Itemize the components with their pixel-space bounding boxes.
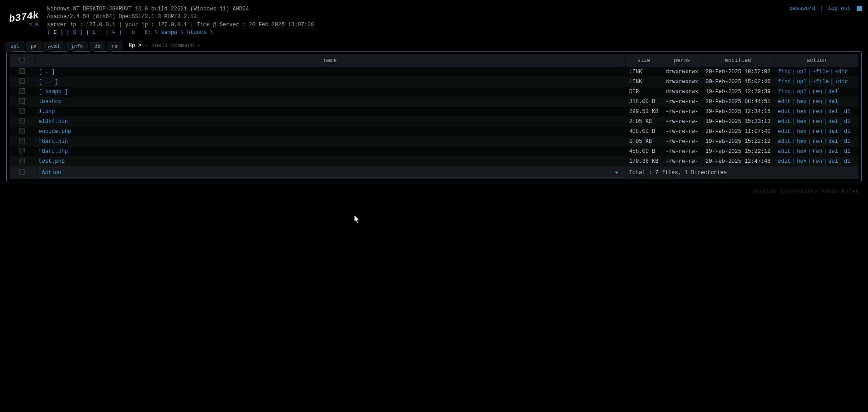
action-ren[interactable]: ren [812,99,822,105]
row-actions: edit|hex|ren|del [774,97,859,107]
logout-icon[interactable] [857,6,862,11]
col-name[interactable]: name [35,54,626,67]
action-del[interactable]: del [828,109,838,115]
row-name[interactable]: 1.php [35,107,626,117]
row-check[interactable] [9,156,35,166]
action-hex[interactable]: hex [797,148,807,155]
action-ren[interactable]: ren [812,109,822,115]
row-check[interactable] [9,97,35,107]
row-name[interactable]: encode.php [35,127,626,137]
row-name[interactable]: f8afc.bin [35,137,626,147]
password-link[interactable]: password [789,5,816,12]
table-row: encode.php 408.00 B -rw-rw-rw- 20-Feb-20… [9,127,859,137]
action-edit[interactable]: edit [778,99,791,105]
action-dl[interactable]: dl [844,109,850,115]
row-name[interactable]: .bashrc [35,97,626,107]
row-actions: edit|hex|ren|del|dl [774,117,859,127]
action-plus-file[interactable]: +file [812,79,829,85]
action-find[interactable]: find [778,79,791,85]
action-del[interactable]: del [828,158,838,165]
row-check[interactable] [9,117,35,127]
action-del[interactable]: del [828,99,838,105]
action-plus-dir[interactable]: +dir [835,79,848,85]
action-ren[interactable]: ren [812,158,822,165]
col-modified[interactable]: modified [702,54,774,67]
path-seg[interactable]: C: [145,29,151,36]
action-upl[interactable]: upl [797,89,807,95]
col-check[interactable] [9,54,35,67]
action-ren[interactable]: ren [812,118,822,125]
action-find[interactable]: find [778,69,791,75]
drive-C[interactable]: C [53,29,57,36]
row-check[interactable] [9,147,35,156]
tab-xpl[interactable]: xpl [5,41,24,52]
row-mod: 20-Feb-2025 08:44:51 [702,97,774,107]
action-dl[interactable]: dl [844,138,850,145]
row-actions: find|upl|+file|+dir [774,67,859,77]
row-name[interactable]: test.php [35,156,626,166]
row-check[interactable] [9,67,35,77]
col-size[interactable]: size [626,54,662,67]
action-edit[interactable]: edit [778,138,791,145]
action-hex[interactable]: hex [797,158,807,165]
action-hex[interactable]: hex [797,109,807,115]
action-ren[interactable]: ren [812,148,822,155]
tab-db[interactable]: db [89,41,106,51]
bulk-action-select[interactable]: Action [39,168,622,178]
shell-input[interactable] [144,42,562,49]
row-name[interactable]: [ . ] [35,67,626,77]
tab-rs[interactable]: rs [106,41,123,51]
action-del[interactable]: del [828,118,838,125]
row-check[interactable] [9,77,35,87]
action-ren[interactable]: ren [812,128,822,135]
row-name[interactable]: [ .. ] [35,77,626,87]
action-edit[interactable]: edit [778,148,791,155]
action-dl[interactable]: dl [844,158,850,165]
action-plus-dir[interactable]: +dir [835,69,848,75]
action-plus-file[interactable]: +file [812,69,829,75]
footer-check[interactable] [9,166,35,179]
row-check[interactable] [9,107,35,117]
action-del[interactable]: del [828,148,838,155]
action-edit[interactable]: edit [778,118,791,125]
action-edit[interactable]: edit [778,158,791,165]
table-row: [ xampp ] DIR drwxrwxrwx 19-Feb-2025 12:… [9,87,859,97]
action-dl[interactable]: dl [844,128,850,135]
drive-extra[interactable]: o [132,29,135,36]
row-check[interactable] [9,127,35,137]
logout-link[interactable]: log out [828,5,850,12]
action-del[interactable]: del [828,128,838,135]
action-ren[interactable]: ren [812,89,822,95]
drive-D[interactable]: D [73,29,76,36]
action-edit[interactable]: edit [778,109,791,115]
row-check[interactable] [9,87,35,97]
path-seg[interactable]: xampp [161,29,177,36]
action-upl[interactable]: upl [797,79,807,85]
tab-eval[interactable]: eval [42,41,65,52]
row-mod: 19-Feb-2025 12:34:15 [702,107,774,117]
action-dl[interactable]: dl [844,118,850,125]
action-hex[interactable]: hex [797,118,807,125]
action-edit[interactable]: edit [778,128,791,135]
drive-E[interactable]: E [93,29,96,36]
shell-prompt: Hp > [128,43,142,49]
action-del[interactable]: del [828,138,838,145]
row-name[interactable]: f8afc.php [35,147,626,156]
col-perms[interactable]: perms [662,54,702,67]
row-name[interactable]: [ xampp ] [35,87,626,97]
action-ren[interactable]: ren [812,138,822,145]
action-dl[interactable]: dl [844,148,850,155]
action-hex[interactable]: hex [797,138,807,145]
table-row: f8afc.php 458.00 B -rw-rw-rw- 19-Feb-202… [9,147,859,156]
action-find[interactable]: find [778,89,791,95]
action-upl[interactable]: upl [797,69,807,75]
row-check[interactable] [9,137,35,147]
tab-info[interactable]: info [66,41,89,52]
action-del[interactable]: del [828,89,838,95]
action-hex[interactable]: hex [797,128,807,135]
tab-ps[interactable]: ps [25,41,42,51]
row-name[interactable]: e19d4.bin [35,117,626,127]
footer-totals: Total : 7 files, 1 Directories [626,166,859,179]
path-seg[interactable]: htdocs [187,29,207,36]
action-hex[interactable]: hex [797,99,807,105]
